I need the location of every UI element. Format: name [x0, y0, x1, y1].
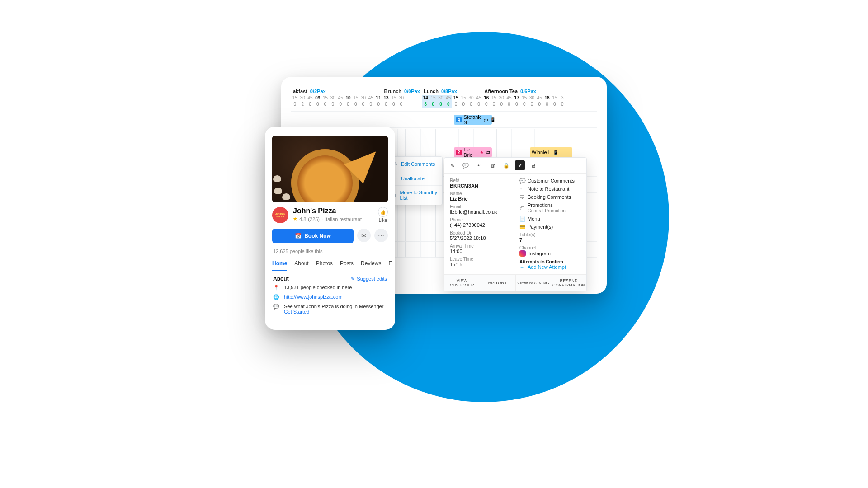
detail-menu: 📄Menu	[519, 216, 581, 221]
website-line[interactable]: 🌐http://www.johnspizza.com	[273, 294, 387, 300]
delete-icon[interactable]: 🗑	[488, 160, 498, 170]
booking-name: Stefanie S	[464, 114, 482, 125]
tab-home[interactable]: Home	[272, 258, 287, 271]
lock-icon[interactable]: 🔒	[501, 160, 511, 170]
calendar-icon: 📅	[295, 233, 302, 239]
booking-name: Winnie L	[532, 150, 551, 155]
booking-toolbar: ✎ 💬 ↶ 🗑 🔒 ✔ 🖨	[444, 158, 586, 174]
tag-icon: 🏷	[484, 117, 488, 122]
get-started-link[interactable]: Get Started	[284, 309, 309, 314]
likes-count: 12,625 people like this	[273, 249, 387, 254]
page-title: John's Pizza	[293, 207, 373, 215]
tab-reviews[interactable]: Reviews	[361, 258, 381, 271]
tab-e[interactable]: E	[388, 258, 392, 271]
business-logo[interactable]: JOHN'S PIZZA	[272, 207, 288, 223]
booking-stefanie[interactable]: 4 Stefanie S 🏷 📱	[454, 115, 492, 125]
comment-icon[interactable]: 💬	[461, 160, 471, 170]
messenger-button[interactable]: ✉	[357, 229, 371, 242]
thumb-icon: 👍	[378, 207, 388, 217]
booking-winnie[interactable]: Winnie L 📱	[530, 147, 572, 157]
undo-icon[interactable]: ↶	[474, 160, 484, 170]
edit-icon[interactable]: ✎	[447, 160, 457, 170]
book-now-button[interactable]: 📅 Book Now	[272, 229, 354, 243]
channel-icon: 📱	[490, 117, 495, 122]
tab-posts[interactable]: Posts	[340, 258, 354, 271]
messenger-icon: 💬	[273, 304, 279, 310]
btn-history[interactable]: HISTORY	[480, 275, 515, 291]
channel-icon: 📱	[553, 150, 558, 155]
ctx-standby[interactable]: ≡Move to Standby List	[389, 185, 442, 205]
ctx-edit[interactable]: ✎Edit Comments	[389, 157, 442, 171]
booking-liz[interactable]: 2 Liz Brie ★ 🏷	[454, 147, 492, 157]
detail-note-to-restaurant: ○Note to Restaurant	[519, 186, 581, 192]
checkin-line: 📍13,531 people checked in here	[273, 285, 387, 291]
suggest-edits-link[interactable]: ✎ Suggest edits	[351, 276, 387, 282]
pencil-icon: ✎	[351, 276, 355, 282]
page-meta: ★ 4.8 (225) · Italian restaurant	[293, 216, 373, 222]
scheduler-header: akfast0/2Pax1530450915304510153045110200…	[291, 89, 597, 108]
detail-booking-comments: 🗨Booking Comments	[519, 194, 581, 200]
location-icon: 📍	[273, 285, 279, 291]
tab-about[interactable]: About	[294, 258, 308, 271]
btn-view-booking[interactable]: VIEW BOOKING	[515, 275, 551, 291]
detail-promotions: 🏷PromotionsGeneral Promotion	[519, 202, 581, 213]
tag-icon: 🏷	[486, 150, 490, 155]
table-row[interactable]: 4 Stefanie S 🏷 📱	[291, 111, 597, 127]
print-icon[interactable]: 🖨	[528, 160, 538, 170]
context-menu: ✎Edit Comments⤺Unallocate≡Move to Standb…	[388, 156, 443, 205]
booking-detail-buttons: VIEW CUSTOMERHISTORYVIEW BOOKINGRESEND C…	[444, 274, 586, 291]
page-tabs: HomeAboutPhotosPostsReviewsE	[272, 258, 388, 271]
facebook-page-card: JOHN'S PIZZA John's Pizza ★ 4.8 (225) · …	[265, 127, 395, 330]
like-button[interactable]: 👍 Like	[378, 207, 388, 223]
booking-count: 4	[456, 117, 462, 122]
tab-photos[interactable]: Photos	[316, 258, 333, 271]
confirm-icon[interactable]: ✔	[515, 160, 525, 170]
detail-customer-comments: 💬Customer Comments	[519, 178, 581, 183]
booking-details-popover: ✎ 💬 ↶ 🗑 🔒 ✔ 🖨 Ref#BKRCM3AN NameLiz Brie …	[444, 157, 587, 291]
btn-view-customer[interactable]: VIEW CUSTOMER	[444, 275, 480, 291]
booking-name: Liz Brie	[464, 147, 478, 158]
cover-image	[272, 136, 388, 202]
about-heading: About	[273, 276, 289, 282]
booking-count: 2	[456, 150, 462, 155]
instagram-icon	[519, 250, 526, 257]
globe-icon: 🌐	[273, 294, 279, 300]
booking-detail-left: Ref#BKRCM3AN NameLiz Brie Emaillizbrie@h…	[450, 178, 511, 270]
more-button[interactable]: ⋯	[374, 229, 388, 242]
booking-detail-right: 💬Customer Comments○Note to Restaurant🗨Bo…	[519, 178, 581, 270]
btn-resend-confirmation[interactable]: RESEND CONFIRMATION	[551, 275, 586, 291]
star-icon: ★	[293, 216, 297, 222]
star-icon: ★	[480, 150, 484, 155]
messenger-line: 💬 See what John's Pizza is doing in Mess…	[273, 304, 387, 314]
detail-payment(s): 💳Payment(s)	[519, 224, 581, 230]
add-attempt-link[interactable]: ＋Add New Attempt	[519, 264, 581, 270]
ctx-unalloc[interactable]: ⤺Unallocate	[389, 171, 442, 185]
